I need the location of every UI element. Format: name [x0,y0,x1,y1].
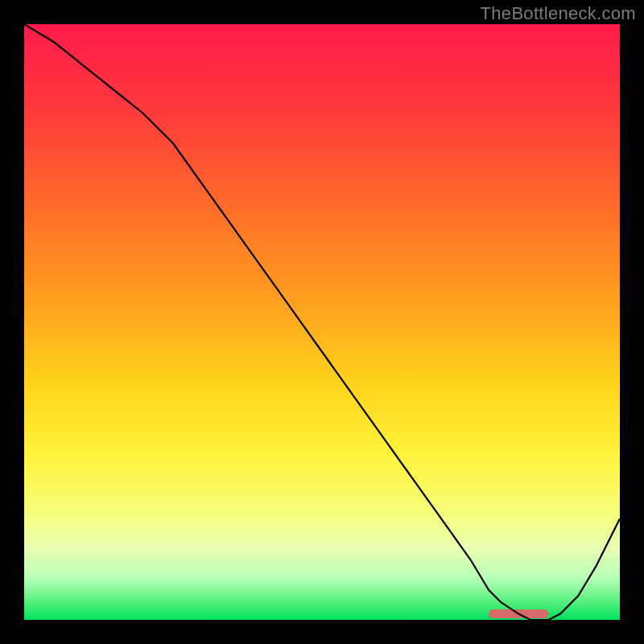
plot-area [24,24,620,620]
gradient-background [24,24,620,620]
chart-svg [24,24,620,620]
watermark-text: TheBottleneck.com [481,3,636,24]
chart-container: TheBottleneck.com [0,0,644,644]
